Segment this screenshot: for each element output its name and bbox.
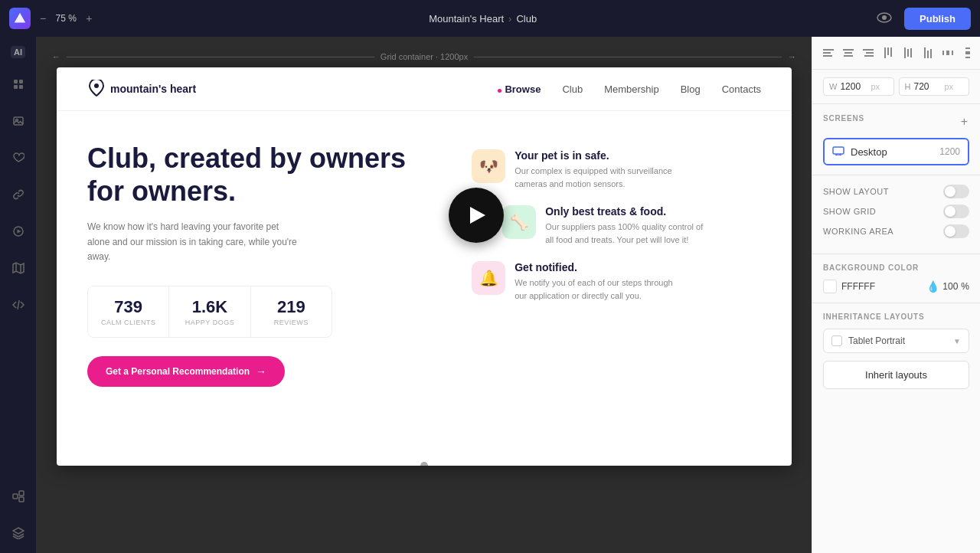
inheritance-checkbox[interactable] — [831, 335, 842, 346]
height-label: H — [905, 82, 911, 91]
opacity-value: 100 — [942, 281, 958, 292]
screen-desktop-icon — [832, 146, 844, 158]
align-right-button[interactable] — [860, 44, 877, 61]
breadcrumb-sep: › — [508, 13, 511, 25]
stat-value-dogs: 1.6K — [178, 297, 240, 317]
sidebar-icon-image[interactable] — [8, 110, 29, 132]
svg-marker-10 — [17, 230, 21, 234]
breadcrumb-app[interactable]: Mountain's Heart — [429, 13, 504, 25]
align-middle-button[interactable] — [900, 44, 916, 61]
distribute-h-button[interactable] — [939, 44, 956, 61]
stat-label-clients: Calm Clients — [97, 319, 159, 326]
sidebar-icon-pages[interactable] — [8, 74, 29, 95]
svg-line-14 — [18, 300, 19, 309]
sidebar-icon-layers[interactable] — [8, 522, 29, 544]
svg-rect-44 — [833, 147, 844, 154]
feature-title-safe: Your pet is in safe. — [514, 149, 683, 162]
publish-button[interactable]: Publish — [904, 8, 971, 30]
height-field[interactable]: H px — [899, 77, 970, 96]
play-button[interactable] — [449, 188, 504, 243]
ruler-label: Grid container · 1200px — [381, 52, 468, 61]
svg-rect-4 — [19, 80, 23, 83]
working-area-label: Working Area — [823, 227, 893, 236]
ruler-line-left — [67, 57, 374, 57]
sidebar-icon-code[interactable] — [8, 294, 29, 316]
align-left-button[interactable] — [820, 44, 837, 61]
opacity-row: 💧 100 % — [926, 280, 969, 293]
svg-rect-40 — [946, 51, 949, 55]
stat-happy-dogs: 1.6K Happy Dogs — [169, 286, 250, 337]
screen-desktop-name: Desktop — [851, 146, 933, 158]
distribute-v-button[interactable] — [959, 44, 976, 61]
color-swatch[interactable] — [823, 280, 837, 293]
align-center-h-button[interactable] — [840, 44, 857, 61]
align-top-button[interactable] — [880, 44, 897, 61]
sidebar-icon-components[interactable] — [8, 486, 29, 507]
feature-desc-notify: We notify you of each of our steps throu… — [514, 276, 683, 302]
align-bottom-button[interactable] — [920, 44, 936, 61]
zoom-out-button[interactable]: − — [37, 11, 49, 26]
preview-button[interactable] — [871, 9, 898, 28]
inheritance-title: Inheritance Layouts — [823, 312, 969, 321]
svg-rect-38 — [942, 51, 944, 55]
topbar-right: Publish — [871, 8, 971, 30]
svg-rect-30 — [887, 47, 889, 55]
sidebar-icon-heart[interactable] — [8, 147, 29, 169]
inherit-layouts-button[interactable]: Inherit layouts — [823, 361, 969, 389]
site-logo: mountain's heart — [87, 80, 196, 98]
feature-desc-food: Our suppliers pass 100% quality control … — [545, 221, 714, 246]
zoom-in-button[interactable]: + — [83, 11, 95, 26]
stat-value-reviews: 219 — [260, 297, 322, 317]
toggles-section: Show Layout Show Grid Working Area — [812, 175, 980, 254]
nav-item-blog[interactable]: Blog — [681, 83, 701, 95]
feature-header-notify: 🔔 Get notified. We notify you of each of… — [472, 261, 761, 302]
stat-reviews: 219 Reviews — [251, 286, 332, 337]
hero-right: 🐶 Your pet is in safe. Our complex is eq… — [472, 142, 761, 387]
svg-rect-35 — [924, 47, 926, 58]
inheritance-dropdown[interactable]: Tablet Portrait ▼ — [823, 329, 969, 353]
svg-rect-42 — [965, 57, 970, 58]
working-area-toggle[interactable] — [943, 224, 969, 238]
stat-value-clients: 739 — [97, 297, 159, 317]
nav-item-membership[interactable]: Membership — [604, 83, 659, 95]
height-input[interactable] — [913, 81, 941, 92]
show-layout-toggle[interactable] — [943, 185, 969, 198]
color-hex-value[interactable]: FFFFFF — [841, 281, 922, 292]
stats-row: 739 Calm Clients 1.6K Happy Dogs 219 Rev… — [87, 286, 332, 338]
topbar: − 75 % + Mountain's Heart › Club Publish — [0, 0, 980, 37]
canvas-resize-handle[interactable] — [420, 462, 428, 466]
svg-rect-27 — [866, 52, 874, 54]
stat-calm-clients: 739 Calm Clients — [88, 286, 169, 337]
site-nav: mountain's heart Browse Club Membership … — [57, 67, 792, 111]
add-screen-button[interactable]: + — [959, 113, 969, 130]
nav-item-contacts[interactable]: Contacts — [722, 83, 761, 95]
show-layout-knob — [945, 186, 956, 197]
feature-header-food: 🦴 Only best treats & food. Our suppliers… — [502, 205, 761, 246]
sidebar-icon-map[interactable] — [8, 257, 29, 279]
svg-rect-20 — [823, 49, 834, 51]
site-logo-text: mountain's heart — [110, 83, 196, 95]
hero-description: We know how it's hard leaving your favor… — [87, 220, 302, 264]
ai-badge[interactable]: AI — [11, 46, 25, 58]
screen-desktop-item[interactable]: Desktop 1200 — [823, 138, 969, 165]
nav-item-club[interactable]: Club — [562, 83, 583, 95]
screens-section: Screens + Desktop 1200 — [812, 104, 980, 175]
dimension-row: W px H px — [812, 70, 980, 104]
breadcrumb-page[interactable]: Club — [516, 13, 537, 25]
svg-rect-33 — [907, 49, 909, 57]
nav-item-browse[interactable]: Browse — [498, 83, 541, 95]
svg-rect-6 — [19, 85, 23, 89]
show-grid-toggle[interactable] — [943, 205, 969, 218]
sidebar-icon-play[interactable] — [8, 221, 29, 242]
cta-arrow-icon: → — [256, 365, 266, 378]
width-field[interactable]: W px — [823, 77, 894, 96]
app-logo — [9, 8, 31, 29]
svg-rect-24 — [844, 52, 852, 54]
sidebar-icon-link[interactable] — [8, 184, 29, 205]
screens-title: Screens — [823, 114, 864, 123]
main-layout: AI — [0, 37, 980, 553]
svg-rect-43 — [965, 51, 970, 54]
screen-desktop-width: 1200 — [939, 146, 960, 157]
cta-button[interactable]: Get a Personal Recommendation → — [87, 356, 285, 387]
width-input[interactable] — [840, 81, 867, 92]
